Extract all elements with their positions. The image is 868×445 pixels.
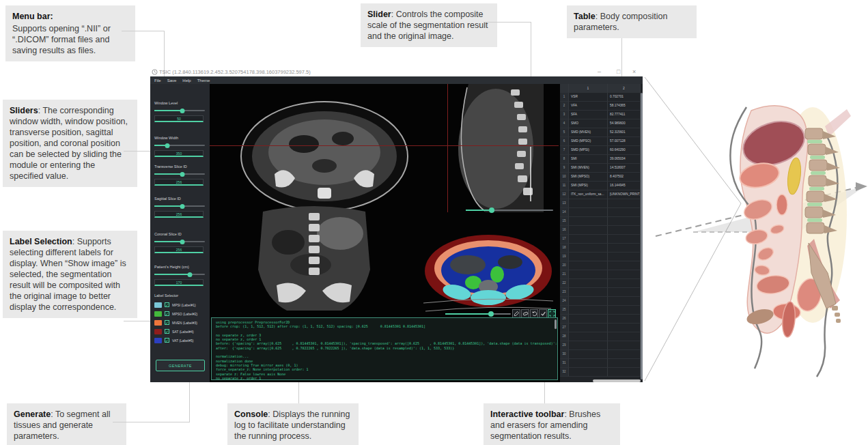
menu-item-save[interactable]: Save: [167, 78, 177, 83]
parameter-name-cell[interactable]: [569, 341, 608, 350]
parameter-name-cell[interactable]: SMI: [569, 155, 608, 164]
parameter-value-cell[interactable]: 16.144945: [608, 182, 641, 190]
minimize-button[interactable]: –: [598, 68, 601, 75]
column-header[interactable]: 2: [608, 84, 641, 93]
parameter-name-cell[interactable]: SMI (MPSI): [569, 182, 608, 190]
parameter-value-cell[interactable]: [UNKNOWN_PRINT_C...: [608, 190, 641, 199]
parameter-value-cell[interactable]: 0.702701: [608, 93, 641, 102]
label-checkbox[interactable]: ✓: [165, 302, 169, 307]
parameter-value-cell[interactable]: [608, 341, 641, 350]
slider-knob[interactable]: [187, 272, 192, 277]
slider-track[interactable]: [154, 173, 205, 175]
slider-track[interactable]: [154, 205, 205, 207]
maximize-button[interactable]: □: [617, 68, 620, 75]
parameter-value-cell[interactable]: 60.640290: [608, 146, 641, 155]
parameter-name-cell[interactable]: SMI (MPSO): [569, 173, 608, 182]
parameter-value-cell[interactable]: 52.315601: [608, 128, 641, 137]
parameter-value-cell[interactable]: [608, 226, 641, 235]
parameter-name-cell[interactable]: [569, 208, 608, 217]
parameter-name-cell[interactable]: [569, 244, 608, 253]
slider-knob[interactable]: [180, 204, 184, 209]
view-segmentation[interactable]: [420, 232, 557, 314]
parameter-name-cell[interactable]: [569, 315, 608, 324]
close-button[interactable]: ×: [632, 68, 636, 75]
slider-knob[interactable]: [180, 240, 184, 244]
parameter-name-cell[interactable]: [569, 270, 608, 279]
parameter-value-cell[interactable]: [608, 279, 641, 288]
parameter-name-cell[interactable]: [569, 226, 608, 235]
parameter-name-cell[interactable]: SMO: [569, 119, 608, 128]
parameter-name-cell[interactable]: [569, 253, 608, 261]
parameter-name-cell[interactable]: [569, 288, 608, 297]
slider-knob[interactable]: [180, 109, 184, 113]
slider-value-input[interactable]: 256: [154, 179, 204, 186]
parameter-value-cell[interactable]: [608, 359, 641, 368]
slider-track[interactable]: [154, 241, 205, 242]
parameter-value-cell[interactable]: [608, 235, 641, 244]
slider-value-input[interactable]: 256: [154, 211, 204, 218]
slider-value-input[interactable]: 50: [154, 115, 204, 122]
parameter-value-cell[interactable]: [608, 324, 641, 332]
bottom-slider[interactable]: [445, 311, 511, 317]
parameter-value-cell[interactable]: 82.777411: [608, 111, 641, 119]
parameter-value-cell[interactable]: 54.989600: [608, 119, 641, 128]
parameter-name-cell[interactable]: [569, 261, 608, 270]
parameter-value-cell[interactable]: [608, 297, 641, 306]
parameter-name-cell[interactable]: [569, 297, 608, 306]
slider-value-input[interactable]: 170: [154, 279, 204, 286]
parameter-name-cell[interactable]: [569, 359, 608, 368]
parameter-name-cell[interactable]: [569, 368, 608, 377]
parameter-name-cell[interactable]: SMD (MPSO): [569, 137, 608, 146]
parameter-name-cell[interactable]: VSR: [569, 93, 608, 102]
menu-item-file[interactable]: File: [154, 78, 161, 83]
menu-item-help[interactable]: Help: [182, 78, 191, 83]
parameter-value-cell[interactable]: [608, 315, 641, 324]
parameter-name-cell[interactable]: [569, 279, 608, 288]
parameter-name-cell[interactable]: [569, 199, 608, 208]
menu-item-theme[interactable]: Theme: [197, 78, 210, 83]
console-scrollbar[interactable]: [555, 319, 557, 329]
label-checkbox[interactable]: ✓: [165, 338, 169, 343]
parameter-value-cell[interactable]: [608, 368, 641, 377]
parameter-name-cell[interactable]: SMD (MPSI): [569, 146, 608, 155]
parameter-value-cell[interactable]: [608, 288, 641, 297]
parameter-name-cell[interactable]: [569, 332, 608, 341]
label-checkbox[interactable]: ✓: [165, 311, 169, 316]
parameter-name-cell[interactable]: ITK_non_uniform_sa...: [569, 190, 608, 199]
generate-button[interactable]: GENERATE: [156, 360, 205, 371]
slider-knob[interactable]: [180, 172, 184, 177]
slider-track[interactable]: [154, 110, 205, 111]
parameter-value-cell[interactable]: [608, 350, 641, 359]
parameter-name-cell[interactable]: SMD (MVEN): [569, 128, 608, 137]
composite-scale-slider[interactable]: [466, 207, 553, 213]
parameter-name-cell[interactable]: [569, 350, 608, 359]
parameter-value-cell[interactable]: 8.407502: [608, 173, 641, 182]
slider-value-input[interactable]: 256: [154, 246, 204, 253]
slider-track[interactable]: [154, 145, 205, 146]
parameter-name-cell[interactable]: [569, 217, 608, 226]
parameter-value-cell[interactable]: 57.007128: [608, 137, 641, 146]
parameter-value-cell[interactable]: [608, 253, 641, 261]
parameter-name-cell[interactable]: VFA: [569, 102, 608, 111]
slider-track[interactable]: [154, 274, 205, 275]
parameter-name-cell[interactable]: [569, 306, 608, 315]
parameter-name-cell[interactable]: [569, 324, 608, 332]
parameter-value-cell[interactable]: [608, 270, 641, 279]
parameter-value-cell[interactable]: [608, 199, 641, 208]
slider-knob[interactable]: [488, 311, 494, 317]
parameter-value-cell[interactable]: 58.174365: [608, 102, 641, 111]
table-horizontal-scrollbar[interactable]: [593, 379, 641, 382]
parameter-value-cell[interactable]: [608, 208, 641, 217]
slider-knob[interactable]: [165, 143, 169, 148]
slider-knob[interactable]: [489, 207, 494, 213]
parameter-value-cell[interactable]: [608, 306, 641, 315]
slider-value-input[interactable]: 350: [154, 150, 204, 157]
parameter-name-cell[interactable]: SMI (MVEN): [569, 164, 608, 173]
view-sagittal-ct[interactable]: [448, 84, 559, 212]
parameter-name-cell[interactable]: SFA: [569, 111, 608, 119]
parameter-value-cell[interactable]: [608, 261, 641, 270]
parameter-value-cell[interactable]: [608, 332, 641, 341]
parameter-value-cell[interactable]: 14.518007: [608, 164, 641, 173]
view-coronal-ct[interactable]: [246, 205, 382, 314]
label-checkbox[interactable]: ✓: [165, 329, 169, 334]
